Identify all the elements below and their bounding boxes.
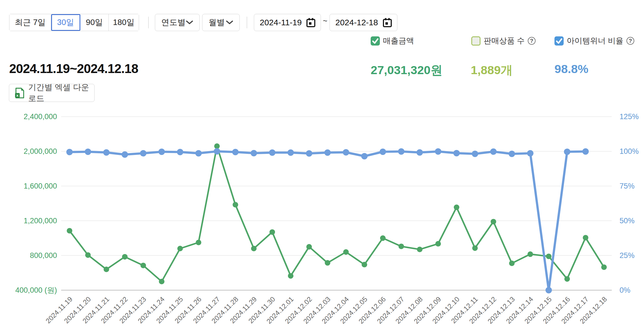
data-point[interactable] (66, 149, 73, 155)
svg-text:2,400,000: 2,400,000 (24, 112, 57, 121)
svg-text:1,200,000: 1,200,000 (24, 217, 57, 225)
data-point[interactable] (306, 150, 312, 157)
data-point[interactable] (398, 148, 405, 155)
data-point[interactable] (269, 229, 275, 235)
sales-analytics-page: 최근 7일 30일 90일 180일 연도별 월별 2024-11-19 ~ 2… (0, 0, 644, 336)
data-point[interactable] (380, 235, 386, 241)
data-point[interactable] (140, 150, 147, 157)
data-point[interactable] (527, 150, 534, 157)
data-point[interactable] (140, 263, 146, 268)
data-point[interactable] (122, 151, 128, 158)
data-point[interactable] (546, 287, 552, 294)
data-point[interactable] (491, 219, 496, 224)
data-point[interactable] (472, 151, 478, 157)
data-point[interactable] (269, 149, 276, 156)
data-point[interactable] (435, 241, 441, 247)
data-point[interactable] (564, 149, 570, 155)
data-point[interactable] (490, 149, 497, 155)
data-point[interactable] (380, 149, 386, 155)
x-axis-labels: 2024.11.192024.11.202024.11.212024.11.22… (44, 295, 608, 325)
data-point[interactable] (67, 228, 72, 234)
data-point[interactable] (122, 254, 128, 260)
data-point[interactable] (582, 148, 589, 155)
right-axis-labels: 125%100%75%50%25%0% (620, 112, 639, 294)
data-point[interactable] (343, 149, 349, 156)
data-point[interactable] (435, 148, 441, 155)
svg-text:75%: 75% (620, 182, 635, 190)
sales-line-chart: 2,400,0002,000,0001,600,0001,200,000800,… (0, 0, 644, 336)
data-point[interactable] (601, 264, 607, 270)
data-point[interactable] (214, 148, 220, 155)
data-point[interactable] (453, 150, 460, 156)
data-point[interactable] (251, 246, 257, 251)
data-point[interactable] (104, 267, 109, 272)
svg-text:400,000 (원): 400,000 (원) (15, 286, 57, 294)
data-point[interactable] (177, 149, 183, 155)
series-sales (67, 143, 607, 284)
svg-text:125%: 125% (620, 112, 639, 121)
data-point[interactable] (177, 246, 183, 251)
svg-text:25%: 25% (620, 251, 635, 260)
data-point[interactable] (306, 244, 312, 250)
data-point[interactable] (398, 244, 404, 249)
data-point[interactable] (159, 279, 164, 284)
data-point[interactable] (417, 247, 422, 252)
data-point[interactable] (288, 149, 294, 156)
data-point[interactable] (472, 245, 478, 251)
data-point[interactable] (214, 143, 220, 149)
data-point[interactable] (509, 151, 515, 157)
data-point[interactable] (85, 149, 91, 155)
data-point[interactable] (195, 150, 202, 157)
data-point[interactable] (196, 240, 201, 245)
data-point[interactable] (361, 153, 368, 159)
data-point[interactable] (417, 149, 423, 156)
data-point[interactable] (564, 276, 570, 282)
data-point[interactable] (361, 262, 367, 267)
data-point[interactable] (454, 205, 459, 210)
data-point[interactable] (85, 252, 91, 258)
data-point[interactable] (527, 251, 533, 257)
svg-text:2,000,000: 2,000,000 (24, 147, 57, 156)
svg-text:50%: 50% (620, 217, 635, 225)
svg-text:0%: 0% (620, 286, 630, 294)
data-point[interactable] (288, 273, 293, 279)
data-point[interactable] (324, 149, 331, 156)
data-point[interactable] (232, 149, 239, 155)
data-point[interactable] (233, 202, 238, 207)
data-point[interactable] (158, 149, 165, 155)
data-point[interactable] (509, 260, 515, 266)
data-point[interactable] (546, 254, 551, 259)
svg-text:1,600,000: 1,600,000 (24, 182, 57, 190)
data-point[interactable] (325, 260, 330, 266)
data-point[interactable] (103, 149, 110, 156)
svg-text:800,000: 800,000 (30, 251, 57, 260)
data-point[interactable] (343, 249, 349, 255)
left-axis-labels: 2,400,0002,000,0001,600,0001,200,000800,… (15, 112, 57, 294)
data-point[interactable] (583, 235, 588, 240)
data-point[interactable] (251, 150, 257, 156)
svg-text:100%: 100% (620, 147, 639, 156)
